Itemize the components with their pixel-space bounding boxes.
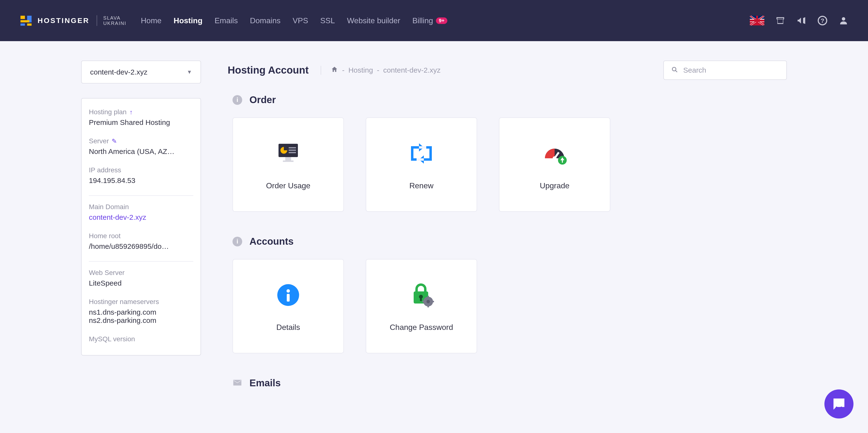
primary-nav: Home Hosting Emails Domains VPS SSL Webs… — [141, 16, 447, 25]
chat-icon — [832, 397, 846, 411]
svg-text:?: ? — [821, 18, 825, 24]
maindomain-value[interactable]: content-dev-2.xyz — [89, 213, 193, 222]
info-icon: i — [232, 237, 242, 246]
card-label: Renew — [409, 181, 434, 190]
crumb-sep: - — [342, 66, 344, 74]
brand-name: HOSTINGER — [37, 16, 89, 25]
crumb-sep: - — [377, 66, 379, 74]
nav-emails[interactable]: Emails — [215, 16, 238, 25]
hosting-info-card: Hosting plan ↑ Premium Shared Hosting Se… — [81, 98, 201, 356]
card-label: Upgrade — [540, 181, 569, 190]
brand-tagline: SLAVA UKRAINI — [97, 15, 126, 26]
info-icon: i — [232, 95, 242, 105]
nav-billing-label: Billing — [412, 16, 433, 25]
home-icon[interactable] — [331, 66, 338, 75]
svg-point-2 — [842, 17, 845, 21]
svg-rect-31 — [423, 301, 425, 302]
mysql-label: MySQL version — [89, 335, 193, 343]
card-order-usage[interactable]: Order Usage — [232, 118, 344, 212]
nav-ssl[interactable]: SSL — [320, 16, 335, 25]
card-renew[interactable]: Renew — [366, 118, 477, 212]
domain-select-value: content-dev-2.xyz — [90, 68, 148, 76]
section-head-order: i Order — [228, 94, 787, 105]
webserver-label: Web Server — [89, 269, 193, 277]
page-body: content-dev-2.xyz ▼ Hosting plan ↑ Premi… — [0, 41, 868, 401]
webserver-value: LiteSpeed — [89, 279, 193, 287]
search-icon — [671, 66, 678, 74]
nav-website-builder[interactable]: Website builder — [347, 16, 400, 25]
svg-rect-26 — [420, 298, 422, 301]
crumb-hosting[interactable]: Hosting — [348, 66, 373, 74]
card-upgrade[interactable]: Upgrade — [499, 118, 610, 212]
sidebar: content-dev-2.xyz ▼ Hosting plan ↑ Premi… — [81, 61, 201, 356]
megaphone-icon[interactable] — [796, 15, 806, 26]
svg-rect-10 — [285, 157, 291, 161]
order-usage-icon — [274, 139, 303, 168]
svg-rect-23 — [287, 294, 290, 302]
divider — [89, 261, 193, 262]
card-label: Change Password — [390, 323, 453, 332]
homeroot-label: Home root — [89, 232, 193, 240]
card-details[interactable]: Details — [232, 259, 344, 354]
nav-vps[interactable]: VPS — [292, 16, 308, 25]
edit-icon[interactable]: ✎ — [112, 137, 117, 145]
change-password-icon — [407, 280, 436, 309]
search-input[interactable] — [683, 66, 779, 74]
domain-select-dropdown[interactable]: content-dev-2.xyz ▼ — [81, 61, 201, 84]
card-label: Details — [276, 323, 300, 332]
maindomain-label: Main Domain — [89, 203, 193, 211]
svg-rect-9 — [289, 152, 296, 153]
svg-rect-30 — [428, 305, 429, 307]
svg-line-4 — [676, 71, 677, 72]
server-value: North America (USA, AZ… — [89, 147, 193, 156]
svg-point-22 — [286, 289, 290, 293]
nav-home[interactable]: Home — [141, 16, 161, 25]
section-head-accounts: i Accounts — [228, 236, 787, 247]
upgrade-arrow-icon[interactable]: ↑ — [130, 108, 133, 116]
nav-billing[interactable]: Billing 9+ — [412, 16, 447, 25]
svg-point-3 — [672, 67, 676, 71]
store-icon[interactable] — [775, 15, 785, 26]
order-cards: Order Usage Renew — [228, 118, 787, 212]
accounts-cards: Details — [228, 259, 787, 354]
search-box[interactable] — [663, 61, 787, 80]
tagline-line2: UKRAINI — [103, 21, 126, 26]
nameservers-label: Hostinger nameservers — [89, 298, 193, 306]
nav-hosting[interactable]: Hosting — [174, 16, 203, 25]
help-icon[interactable]: ? — [817, 15, 828, 26]
renew-icon — [407, 139, 436, 168]
language-flag-icon[interactable] — [750, 16, 764, 25]
card-label: Order Usage — [266, 181, 310, 190]
ip-value: 194.195.84.53 — [89, 176, 193, 185]
plan-value: Premium Shared Hosting — [89, 119, 193, 127]
section-title-accounts: Accounts — [249, 236, 293, 247]
plan-label: Hosting plan ↑ — [89, 108, 193, 116]
logo-group: HOSTINGER SLAVA UKRAINI — [20, 14, 126, 27]
section-title-emails: Emails — [249, 377, 281, 389]
crumb-domain[interactable]: content-dev-2.xyz — [383, 66, 440, 74]
upgrade-icon — [540, 139, 569, 168]
svg-rect-15 — [419, 146, 426, 148]
svg-rect-32 — [432, 301, 434, 302]
billing-badge: 9+ — [436, 18, 447, 24]
account-icon[interactable] — [838, 15, 848, 26]
chat-fab[interactable] — [825, 390, 854, 419]
page-title: Hosting Account — [228, 64, 309, 76]
breadcrumb: - Hosting - content-dev-2.xyz — [321, 66, 440, 75]
svg-rect-29 — [428, 296, 429, 298]
section-title-order: Order — [249, 94, 276, 105]
brand-logo[interactable]: HOSTINGER — [20, 14, 89, 27]
mail-icon — [232, 378, 242, 389]
svg-rect-16 — [416, 158, 424, 161]
ns2-value: ns2.dns-parking.com — [89, 317, 193, 325]
svg-rect-11 — [283, 161, 293, 162]
nav-domains[interactable]: Domains — [250, 16, 280, 25]
hostinger-logo-icon — [20, 14, 33, 27]
divider — [89, 195, 193, 196]
homeroot-value: /home/u859269895/do… — [89, 242, 193, 251]
card-change-password[interactable]: Change Password — [366, 259, 477, 354]
ip-label: IP address — [89, 166, 193, 174]
title-row: Hosting Account - Hosting - content-dev-… — [228, 61, 787, 80]
section-head-emails: Emails — [228, 377, 787, 389]
server-label: Server ✎ — [89, 137, 193, 145]
